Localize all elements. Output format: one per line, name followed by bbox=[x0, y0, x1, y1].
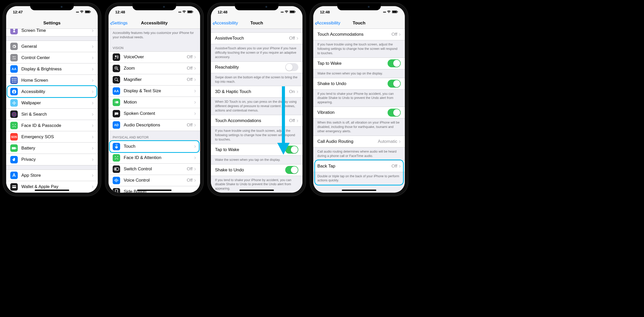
signal-icon: ••• bbox=[178, 10, 181, 14]
row-label: Wallet & Apple Pay bbox=[21, 184, 92, 189]
svg-rect-2 bbox=[90, 11, 91, 12]
row-value: Off bbox=[187, 77, 192, 82]
list-group: Call Audio Routing Automatic › bbox=[313, 136, 405, 147]
row-label: Siri & Search bbox=[21, 112, 92, 117]
row-audio-descriptions[interactable]: AD Audio Descriptions Off › bbox=[109, 119, 200, 131]
chevron-right-icon: › bbox=[194, 122, 196, 128]
toggle-switch[interactable] bbox=[285, 63, 298, 71]
list-group: Shake to Undo bbox=[211, 164, 302, 176]
chevron-right-icon: › bbox=[92, 100, 94, 106]
svg-rect-15 bbox=[15, 82, 16, 82]
row-magnifier[interactable]: Magnifier Off › bbox=[109, 74, 200, 86]
row-accessibility[interactable]: Accessibility › bbox=[6, 86, 98, 97]
toggle-switch[interactable] bbox=[388, 109, 401, 117]
row-label: Switch Control bbox=[124, 166, 187, 172]
row-touch[interactable]: Touch › bbox=[109, 141, 200, 152]
switch-icon bbox=[113, 165, 120, 173]
row-voiceover[interactable]: VoiceOver Off › bbox=[109, 52, 200, 63]
row-switch-control[interactable]: Switch Control Off › bbox=[109, 164, 200, 175]
row-label: Vibration bbox=[317, 110, 388, 115]
chevron-right-icon: › bbox=[92, 54, 94, 61]
row-value: Off bbox=[187, 54, 192, 60]
row-label: Touch Accommodations bbox=[317, 32, 391, 37]
row-label: General bbox=[21, 44, 92, 49]
siri-icon bbox=[10, 110, 18, 118]
row-display-brightness[interactable]: AA Display & Brightness › bbox=[6, 63, 98, 75]
battery-icon bbox=[187, 10, 193, 14]
back-button[interactable]: ‹Settings bbox=[109, 20, 128, 26]
row-siri-search[interactable]: Siri & Search › bbox=[6, 109, 98, 120]
desc-assistivetouch: AssistiveTouch allows you to use your iP… bbox=[211, 44, 302, 61]
row-control-center[interactable]: Control Center › bbox=[6, 52, 98, 63]
row-label: Call Audio Routing bbox=[317, 139, 378, 144]
row-wallpaper[interactable]: Wallpaper › bbox=[6, 97, 98, 109]
nav-bar: Settings bbox=[6, 17, 98, 29]
back-button[interactable]: ‹Accessibility bbox=[211, 20, 238, 26]
row-assistivetouch[interactable]: AssistiveTouch Off › bbox=[211, 33, 302, 44]
svg-rect-31 bbox=[12, 186, 16, 187]
svg-rect-7 bbox=[12, 78, 13, 79]
svg-rect-65 bbox=[397, 11, 398, 12]
toggle-switch[interactable] bbox=[285, 166, 298, 174]
desc-back-tap: Double or triple tap on the back of your… bbox=[313, 172, 405, 185]
back-label: Accessibility bbox=[317, 21, 341, 26]
screen-2: 12:48 ••• ‹Settings Accessibility Access… bbox=[109, 6, 200, 193]
phone-2: 12:48 ••• ‹Settings Accessibility Access… bbox=[105, 3, 203, 196]
row-app-store[interactable]: A App Store › bbox=[6, 170, 98, 181]
row-label: Spoken Content bbox=[124, 111, 194, 116]
svg-point-18 bbox=[13, 102, 15, 104]
list-group: AssistiveTouch Off › bbox=[211, 32, 302, 44]
list-group: Reachability bbox=[211, 61, 302, 73]
row-face-id-passcode[interactable]: Face ID & Passcode › bbox=[6, 120, 98, 131]
home-indicator bbox=[35, 190, 69, 191]
row-value: Off bbox=[289, 36, 295, 41]
chevron-right-icon: › bbox=[92, 88, 94, 95]
chevron-right-icon: › bbox=[194, 65, 196, 72]
status-right: ••• bbox=[76, 10, 91, 14]
appstore-icon: A bbox=[10, 172, 18, 179]
row-voice-control[interactable]: Voice Control Off › bbox=[109, 175, 200, 186]
svg-point-40 bbox=[115, 78, 118, 81]
chevron-right-icon: › bbox=[194, 99, 196, 106]
svg-point-27 bbox=[14, 125, 15, 125]
battery-icon bbox=[392, 10, 398, 14]
row-emergency-sos[interactable]: SOS Emergency SOS › bbox=[6, 131, 98, 143]
row-value: Off bbox=[187, 178, 192, 183]
clock: 12:48 bbox=[115, 10, 125, 14]
svg-rect-52 bbox=[117, 179, 117, 182]
status-right: ••• bbox=[383, 10, 398, 14]
row-touch-accommodations[interactable]: Touch Accommodations Off › bbox=[313, 29, 405, 40]
chevron-right-icon: › bbox=[194, 143, 196, 150]
row-call-audio-routing[interactable]: Call Audio Routing Automatic › bbox=[313, 136, 405, 147]
row-zoom[interactable]: Zoom Off › bbox=[109, 63, 200, 74]
toggle-switch[interactable] bbox=[388, 80, 401, 88]
row-privacy[interactable]: Privacy › bbox=[6, 154, 98, 165]
row-label: AssistiveTouch bbox=[215, 36, 289, 41]
row-label: Privacy bbox=[21, 157, 92, 162]
row-label: Accessibility bbox=[21, 89, 92, 94]
row-home-screen[interactable]: Home Screen › bbox=[6, 75, 98, 86]
phone-3: 12:48 ••• ‹Accessibility Touch Assistive… bbox=[208, 3, 306, 196]
row-screen-time[interactable]: Screen Time › bbox=[6, 29, 98, 36]
phone-4: 12:48 ••• ‹Accessibility Touch Touch Acc… bbox=[310, 3, 408, 196]
chevron-right-icon: › bbox=[194, 177, 196, 184]
row-battery[interactable]: Battery › bbox=[6, 143, 98, 154]
desc-tap-to-wake: Wake the screen when you tap on the disp… bbox=[211, 156, 302, 164]
row-spoken-content[interactable]: Spoken Content › bbox=[109, 108, 200, 119]
desc-reachability: Swipe down on the bottom edge of the scr… bbox=[211, 73, 302, 86]
mag-icon bbox=[113, 76, 120, 83]
row-face-id-attention[interactable]: Face ID & Attention › bbox=[109, 152, 200, 164]
battery-icon bbox=[85, 10, 91, 14]
back-button[interactable]: ‹Accessibility bbox=[313, 20, 340, 26]
row-display-text-size[interactable]: AA Display & Text Size › bbox=[109, 86, 200, 97]
row-back-tap[interactable]: Back Tap Off › bbox=[313, 161, 405, 172]
row-motion[interactable]: Motion › bbox=[109, 97, 200, 108]
row-general[interactable]: General › bbox=[6, 41, 98, 52]
row-label: Motion bbox=[124, 100, 194, 105]
screen-3: 12:48 ••• ‹Accessibility Touch Assistive… bbox=[211, 6, 302, 193]
row-vibration: Vibration bbox=[313, 107, 405, 118]
svg-rect-13 bbox=[12, 82, 13, 82]
wifi-icon bbox=[182, 10, 186, 14]
toggle-switch[interactable] bbox=[388, 59, 401, 67]
chevron-right-icon: › bbox=[194, 154, 196, 161]
